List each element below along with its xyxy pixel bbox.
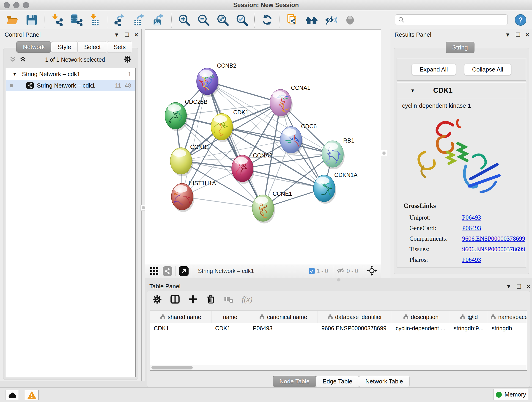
column-header-name[interactable]: name bbox=[211, 311, 249, 323]
search-input[interactable] bbox=[395, 14, 508, 25]
gene-header[interactable]: ▼ CDK1 bbox=[397, 82, 526, 99]
network-graph[interactable]: CCNB2CCNA1CDC25BCDK1CDC6RB1CCNB1CCNA2CDK… bbox=[145, 30, 381, 264]
column-header-namespace[interactable]: namespace bbox=[488, 311, 527, 323]
network-node-CDKN1A[interactable]: CDKN1A bbox=[313, 172, 358, 204]
memory-button[interactable]: Memory bbox=[494, 389, 528, 400]
network-edge[interactable] bbox=[207, 81, 263, 208]
crosslink-link[interactable]: 9606.ENSP00000378699 bbox=[462, 235, 525, 242]
table-horizontal-scrollbar[interactable] bbox=[150, 365, 527, 370]
add-column-icon[interactable] bbox=[188, 294, 198, 304]
horizontal-splitter[interactable] bbox=[145, 278, 532, 282]
right-splitter-handle[interactable] bbox=[381, 150, 387, 156]
tab-edge-table[interactable]: Edge Table bbox=[316, 376, 359, 387]
panel-menu-icon[interactable]: ▼ bbox=[114, 32, 119, 38]
panel-float-icon[interactable]: ❑ bbox=[515, 32, 520, 38]
save-session-icon[interactable] bbox=[25, 13, 38, 26]
panel-close-icon[interactable]: × bbox=[134, 32, 138, 38]
table-cell[interactable]: CDK1 bbox=[211, 323, 249, 333]
show-columns-icon[interactable] bbox=[170, 294, 180, 304]
network-node-CCNE1[interactable]: CCNE1 bbox=[252, 191, 292, 223]
delete-table-icon[interactable] bbox=[224, 294, 234, 304]
scrollbar-thumb[interactable] bbox=[152, 366, 193, 370]
panel-menu-icon[interactable]: ▼ bbox=[505, 32, 510, 38]
crosslink-link[interactable]: P06493 bbox=[462, 256, 481, 263]
tab-string[interactable]: String bbox=[446, 42, 475, 53]
tab-select[interactable]: Select bbox=[77, 41, 107, 53]
horizontal-splitter-handle[interactable] bbox=[337, 278, 341, 281]
refresh-icon[interactable] bbox=[261, 13, 273, 26]
table-cell[interactable]: P06493 bbox=[249, 323, 318, 333]
zoom-fit-icon[interactable] bbox=[216, 13, 229, 26]
network-node-CCNB2[interactable]: CCNB2 bbox=[196, 62, 236, 97]
warning-button[interactable] bbox=[25, 390, 39, 400]
panel-close-icon[interactable]: × bbox=[526, 283, 530, 290]
function-builder-icon[interactable]: f(x) bbox=[242, 295, 253, 304]
collapse-all-networks-icon[interactable] bbox=[9, 56, 16, 63]
export-network-icon[interactable] bbox=[114, 13, 127, 26]
column-header-@id[interactable]: @id bbox=[450, 311, 488, 323]
import-database-icon[interactable] bbox=[70, 13, 82, 26]
network-node-CDK1[interactable]: CDK1 bbox=[211, 109, 249, 142]
export-table-icon[interactable] bbox=[133, 13, 146, 26]
zoom-out-icon[interactable] bbox=[197, 13, 210, 26]
network-collection-row[interactable]: ▼ String Network – cdk1 1 bbox=[6, 68, 135, 80]
selected-count-checkbox-icon[interactable] bbox=[309, 268, 315, 274]
collapse-all-button[interactable]: Collapse All bbox=[464, 64, 511, 75]
network-node-HIST1H1A[interactable]: HIST1H1A bbox=[171, 180, 216, 212]
zoom-selected-icon[interactable] bbox=[235, 13, 248, 26]
node-table[interactable]: shared namenamecanonical namedatabase id… bbox=[150, 311, 527, 370]
tab-node-table[interactable]: Node Table bbox=[273, 376, 316, 387]
tab-style[interactable]: Style bbox=[51, 41, 78, 53]
table-options-gear-icon[interactable] bbox=[152, 294, 162, 304]
home-icon[interactable] bbox=[305, 13, 318, 26]
center-view-crosshair-icon[interactable] bbox=[367, 265, 377, 277]
panel-float-icon[interactable]: ❑ bbox=[516, 284, 521, 289]
table-cell[interactable]: stringdb:9... bbox=[450, 323, 488, 333]
network-node-CDC6[interactable]: CDC6 bbox=[280, 123, 317, 155]
tab-sets[interactable]: Sets bbox=[107, 41, 132, 53]
delete-column-icon[interactable] bbox=[206, 294, 215, 304]
network-options-gear-icon[interactable] bbox=[124, 55, 132, 64]
column-header-canonical-name[interactable]: canonical name bbox=[249, 311, 318, 323]
eye-icon[interactable] bbox=[344, 13, 356, 26]
network-row[interactable]: String Network – cdk1 11 48 bbox=[6, 80, 135, 91]
help-icon[interactable]: ? bbox=[515, 14, 526, 26]
table-cell[interactable]: 9606.ENSP00000378699 bbox=[318, 323, 392, 333]
network-edge[interactable] bbox=[242, 168, 324, 188]
network-edge[interactable] bbox=[182, 197, 263, 208]
network-node-CCNA1[interactable]: CCNA1 bbox=[270, 85, 310, 118]
share-document-icon[interactable] bbox=[286, 13, 299, 26]
crosslink-link[interactable]: P06493 bbox=[462, 214, 481, 221]
crosslink-link[interactable]: P06493 bbox=[462, 225, 481, 232]
import-table-icon[interactable] bbox=[89, 13, 102, 26]
column-header-shared-name[interactable]: shared name bbox=[150, 311, 211, 323]
tree-expander-icon[interactable]: ▼ bbox=[12, 71, 17, 77]
table-cell[interactable]: cyclin-dependent ... bbox=[392, 323, 450, 333]
network-node-CDC25B[interactable]: CDC25B bbox=[165, 99, 208, 131]
network-node-RB1[interactable]: RB1 bbox=[322, 137, 355, 169]
panel-float-icon[interactable]: ❑ bbox=[124, 32, 129, 38]
network-canvas[interactable]: CCNB2CCNA1CDC25BCDK1CDC6RB1CCNB1CCNA2CDK… bbox=[145, 30, 381, 264]
column-header-description[interactable]: description bbox=[392, 311, 450, 323]
cloud-button[interactable] bbox=[5, 390, 19, 400]
gene-expander-icon[interactable]: ▼ bbox=[410, 88, 415, 93]
open-session-icon[interactable] bbox=[6, 13, 19, 26]
export-image-icon[interactable] bbox=[152, 13, 165, 26]
hide-eye-icon[interactable] bbox=[324, 13, 337, 26]
open-in-browser-icon[interactable] bbox=[179, 266, 189, 276]
import-network-icon[interactable] bbox=[51, 13, 63, 26]
panel-menu-icon[interactable]: ▼ bbox=[506, 284, 511, 289]
table-cell[interactable]: stringdb bbox=[488, 323, 527, 333]
right-splitter[interactable] bbox=[381, 29, 391, 278]
column-header-database-identifier[interactable]: database identifier bbox=[318, 311, 392, 323]
table-cell[interactable]: CDK1 bbox=[150, 323, 211, 333]
string-view-icon[interactable] bbox=[163, 266, 172, 276]
tab-network[interactable]: Network bbox=[16, 41, 51, 53]
expand-all-networks-icon[interactable] bbox=[19, 56, 26, 63]
table-row[interactable]: CDK1CDK1P064939606.ENSP00000378699cyclin… bbox=[150, 323, 527, 333]
expand-all-button[interactable]: Expand All bbox=[412, 64, 456, 75]
zoom-in-icon[interactable] bbox=[178, 13, 191, 26]
crosslink-link[interactable]: 9606.ENSP00000378699 bbox=[462, 246, 525, 253]
panel-close-icon[interactable]: × bbox=[526, 32, 529, 38]
tab-network-table[interactable]: Network Table bbox=[359, 376, 410, 387]
